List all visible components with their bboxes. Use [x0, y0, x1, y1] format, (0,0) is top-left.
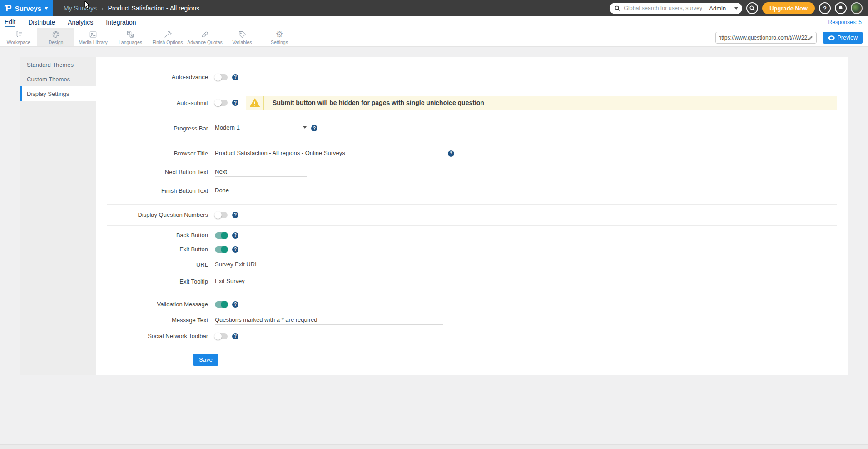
social-network-toolbar-toggle[interactable]	[215, 333, 228, 339]
toolbar-item-label: Workspace	[7, 40, 30, 45]
toolbar-item-design[interactable]: Design	[37, 28, 74, 46]
display-question-numbers-toggle[interactable]	[215, 212, 228, 218]
page-content: Standard Themes Custom Themes Display Se…	[0, 47, 868, 375]
design-toolbar: Workspace Design Media Library Languages…	[0, 28, 868, 47]
topbar-actions: Admin Upgrade Now ?	[610, 0, 863, 16]
app-switcher-surveys[interactable]: Ƥ Surveys	[0, 0, 53, 16]
image-icon	[88, 30, 98, 39]
validation-message-label: Validation Message	[96, 301, 215, 308]
browser-title-label: Browser Title	[96, 150, 215, 157]
global-search-input[interactable]	[621, 5, 705, 11]
breadcrumb-survey-title: Product Satisfaction - All regions	[108, 5, 199, 12]
breadcrumb-separator: ›	[101, 5, 103, 12]
toolbar-item-media-library[interactable]: Media Library	[74, 28, 112, 46]
exit-button-toggle[interactable]	[215, 246, 228, 253]
search-icon	[749, 5, 755, 11]
themes-sidebar: Standard Themes Custom Themes Display Se…	[20, 57, 96, 375]
help-icon[interactable]: ?	[232, 212, 238, 218]
magic-wand-icon	[163, 30, 173, 39]
toolbar-item-workspace[interactable]: Workspace	[0, 28, 37, 46]
bell-icon	[838, 5, 844, 11]
primary-nav: Edit Distribute Analytics Integration Re…	[0, 16, 868, 28]
toolbar-item-label: Finish Options	[152, 40, 183, 45]
preview-button[interactable]: Preview	[823, 32, 863, 44]
toolbar-item-label: Variables	[233, 40, 252, 45]
sidebar-item-custom-themes[interactable]: Custom Themes	[20, 72, 96, 86]
questionpro-logo-icon: Ƥ	[5, 4, 12, 13]
bottom-strip	[0, 444, 868, 449]
edit-pencil-icon[interactable]	[808, 35, 813, 41]
finish-button-text-input[interactable]	[215, 186, 307, 195]
toolbar-item-settings[interactable]: ⚙ Settings	[261, 28, 298, 46]
tab-analytics[interactable]: Analytics	[68, 17, 93, 27]
browser-title-input[interactable]	[215, 149, 443, 158]
gear-icon: ⚙	[275, 30, 283, 39]
progress-bar-selected-value: Modern 1	[215, 124, 240, 131]
breadcrumb: My Surveys › Product Satisfaction - All …	[64, 5, 199, 12]
help-icon[interactable]: ?	[232, 100, 238, 106]
validation-message-toggle[interactable]	[215, 301, 228, 308]
workspace-icon	[14, 30, 24, 39]
toolbar-item-finish-options[interactable]: Finish Options	[149, 28, 186, 46]
responses-count[interactable]: Responses: 5	[828, 19, 862, 25]
global-search: Admin	[610, 3, 742, 14]
toolbar-item-label: Settings	[271, 40, 288, 45]
progress-bar-select[interactable]: Modern 1	[215, 123, 307, 133]
help-icon[interactable]: ?	[232, 74, 238, 80]
exit-tooltip-input[interactable]	[215, 277, 443, 286]
search-icon	[614, 5, 621, 12]
help-icon[interactable]: ?	[232, 232, 238, 239]
back-button-toggle[interactable]	[215, 232, 228, 239]
eye-icon	[828, 35, 835, 40]
toolbar-item-label: Design	[49, 40, 64, 45]
help-icon[interactable]: ?	[232, 301, 238, 308]
message-text-input[interactable]	[215, 315, 443, 325]
notifications-button[interactable]	[835, 2, 847, 14]
search-scope-admin[interactable]: Admin	[705, 5, 730, 12]
message-text-label: Message Text	[96, 317, 215, 324]
display-settings-form: Auto-advance ? Auto-submit ?	[96, 57, 848, 375]
chevron-down-icon	[45, 7, 48, 10]
back-button-label: Back Button	[96, 232, 215, 239]
breadcrumb-my-surveys[interactable]: My Surveys	[64, 5, 97, 12]
help-icon[interactable]: ?	[311, 125, 317, 131]
exit-url-input[interactable]	[215, 260, 443, 269]
auto-submit-label: Auto-submit	[96, 100, 215, 106]
user-avatar[interactable]	[851, 2, 863, 14]
auto-submit-toggle[interactable]	[215, 100, 228, 106]
save-button[interactable]: Save	[193, 354, 218, 366]
display-question-numbers-label: Display Question Numbers	[96, 211, 215, 218]
toolbar-item-languages[interactable]: Languages	[112, 28, 149, 46]
help-icon[interactable]: ?	[448, 150, 454, 157]
tab-distribute[interactable]: Distribute	[28, 17, 55, 27]
toolbar-right: Preview	[715, 28, 863, 47]
help-icon[interactable]: ?	[232, 333, 238, 339]
auto-advance-label: Auto-advance	[96, 74, 215, 80]
toolbar-item-variables[interactable]: Variables	[223, 28, 261, 46]
next-button-text-label: Next Button Text	[96, 169, 215, 175]
product-menu-label: Surveys	[15, 5, 41, 12]
search-button[interactable]	[746, 2, 758, 14]
translate-icon	[125, 30, 135, 39]
survey-url-box	[715, 32, 817, 44]
upgrade-now-button[interactable]: Upgrade Now	[762, 2, 815, 14]
survey-url-input[interactable]	[719, 35, 808, 41]
next-button-text-input[interactable]	[215, 167, 307, 177]
tab-edit[interactable]: Edit	[5, 17, 15, 27]
toolbar-item-advance-quotas[interactable]: Advance Quotas	[186, 28, 223, 46]
sidebar-item-standard-themes[interactable]: Standard Themes	[20, 57, 96, 72]
display-settings-card: Standard Themes Custom Themes Display Se…	[20, 57, 848, 375]
warning-icon-wrap	[246, 96, 264, 110]
progress-bar-label: Progress Bar	[96, 125, 215, 132]
help-button[interactable]: ?	[819, 2, 831, 14]
finish-button-text-label: Finish Button Text	[96, 187, 215, 194]
palette-icon	[51, 30, 61, 39]
auto-advance-toggle[interactable]	[215, 74, 228, 80]
toolbar-item-label: Languages	[119, 40, 142, 45]
tab-integration[interactable]: Integration	[106, 17, 136, 27]
tag-icon	[237, 30, 247, 39]
exit-tooltip-label: Exit Tooltip	[96, 278, 215, 285]
sidebar-item-display-settings[interactable]: Display Settings	[20, 86, 96, 101]
help-icon[interactable]: ?	[232, 246, 238, 253]
search-scope-dropdown[interactable]	[730, 3, 742, 14]
